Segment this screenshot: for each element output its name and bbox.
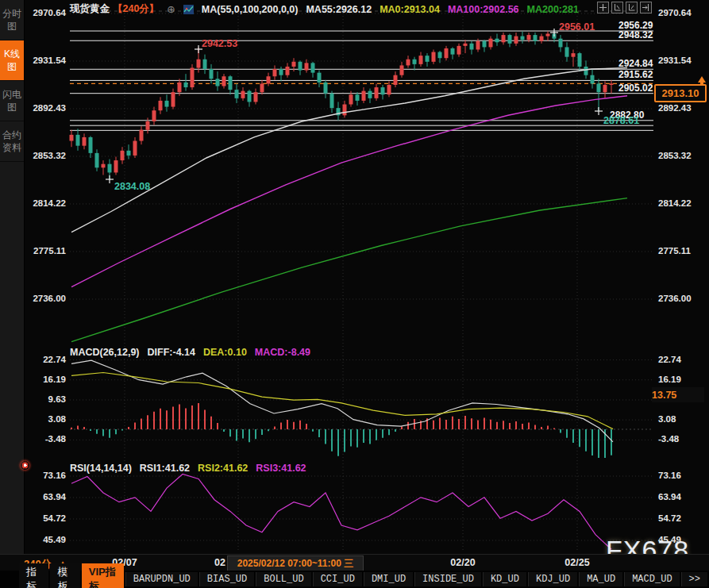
axis-label: 2970.64 [658, 8, 692, 17]
app-window: 分时图 K线图 闪电图 合约资料 现货黄金 【240分】 ⊕ MA(55,0,1… [0, 0, 709, 588]
price-line-label: 2924.84 [618, 58, 653, 69]
axis-label: 2814.22 [658, 198, 692, 208]
toolbar-button-macd-ud[interactable]: MACD_UD [624, 572, 679, 586]
axis-zoom-left-icon[interactable] [611, 2, 623, 13]
axis-label: 22.74 [23, 355, 66, 364]
chart-tools [597, 2, 652, 13]
ma0-value: MA0:2913.04 [380, 4, 440, 15]
axis-label: 54.72 [23, 513, 66, 523]
crosshair-time-tooltip: 2025/02/12 07:00~11:00 三 [227, 555, 364, 571]
swing-high-label-1: 2942.53 [202, 38, 237, 49]
chart-header: 现货黄金 【240分】 ⊕ MA(55,0,100,200,0,0) MA55:… [70, 2, 579, 16]
macd-header: MACD(26,12,9) DIFF:-4.14 DEA:0.10 MACD:-… [70, 347, 310, 358]
price-line-label: 2905.02 [618, 83, 653, 94]
axis-label: 63.94 [658, 492, 681, 502]
rsi-header: RSI(14,14,14) RSI1:41.62 RSI2:41.62 RSI3… [70, 463, 306, 474]
symbol-name: 现货黄金 [70, 2, 110, 16]
ma-settings: MA(55,0,100,200,0,0) [202, 4, 299, 15]
macd-title: MACD(26,12,9) [70, 347, 140, 358]
swing-low-label: 2834.08 [114, 181, 150, 192]
axis-label: 73.16 [23, 471, 66, 480]
axis-label: 3.08 [658, 414, 676, 424]
axis-label: 2736.00 [23, 294, 66, 303]
rsi1-value: RSI1:41.62 [140, 463, 190, 474]
axis-label: -3.48 [658, 434, 679, 444]
toolbar-button-dmi-ud[interactable]: DMI_UD [364, 572, 413, 586]
toolbar-button-ma-ud[interactable]: MA_UD [579, 572, 622, 586]
toolbar-button-barupdn-ud[interactable]: BARUPDN_UD [125, 572, 198, 586]
pan-right-icon[interactable] [640, 2, 652, 13]
axis-label: -3.48 [23, 434, 66, 444]
axis-label: 22.74 [658, 355, 681, 364]
axis-label: 54.72 [658, 513, 681, 523]
axis-label: 2775.11 [658, 246, 691, 256]
rsi3-value: RSI3:41.62 [256, 463, 306, 474]
axis-label: 16.19 [658, 375, 681, 384]
macd-value-badge: 13.75 [652, 387, 704, 402]
circle-plus-icon[interactable]: ⊕ [167, 3, 175, 15]
toolbar-button-inside-ud[interactable]: INSIDE_UD [414, 572, 481, 586]
toolbar-button--[interactable]: >> [681, 572, 707, 586]
axis-label: 63.94 [23, 492, 66, 502]
time-axis-date: 02/20 [450, 557, 475, 568]
crosshair-tool-icon[interactable] [597, 2, 609, 13]
axis-label: 2853.32 [658, 151, 692, 160]
toolbar-button-boll-ud[interactable]: BOLL_UD [256, 572, 310, 586]
time-axis-date: 02/25 [565, 557, 589, 568]
axis-label: 9.63 [23, 394, 66, 404]
axis-label: 2931.54 [658, 56, 692, 65]
indicator-toolbar: 指标模板VIP指标BARUPDN_UDBIAS_UDBOLL_UDCCI_UDD… [0, 571, 709, 588]
toolbar-button--[interactable]: 模板 [50, 563, 79, 588]
ma55-value: MA55:2926.12 [306, 4, 372, 15]
toolbar-button-cci-ud[interactable]: CCI_UD [313, 572, 362, 586]
swing-high-label-2: 2956.01 [559, 21, 595, 33]
macd-diff-value: DIFF:-4.14 [148, 347, 195, 358]
axis-label: 3.08 [23, 414, 66, 424]
axis-zoom-right-icon[interactable] [626, 2, 638, 13]
axis-label: 2853.32 [23, 151, 66, 160]
time-axis-date: 02 [214, 557, 225, 568]
price-line-label: 2915.62 [618, 69, 653, 80]
rsi-title: RSI(14,14,14) [70, 463, 132, 474]
axis-label: 2892.43 [658, 103, 692, 113]
axis-label: 16.19 [23, 375, 66, 384]
ma100-value: MA100:2902.56 [448, 4, 519, 15]
axis-label: 2736.00 [658, 294, 692, 303]
price-line-label: 2948.32 [618, 29, 653, 40]
price-alert-icon[interactable] [698, 76, 706, 83]
axis-label: 2970.64 [23, 8, 66, 17]
live-indicator-icon [21, 461, 29, 470]
axis-label: 73.16 [658, 471, 681, 480]
axis-label: 2775.11 [23, 246, 66, 256]
period-label: 【240分】 [113, 2, 159, 16]
current-price-badge: 2913.10 [654, 84, 707, 102]
macd-dea-value: DEA:0.10 [203, 347, 247, 358]
toolbar-button-bias-ud[interactable]: BIAS_UD [199, 572, 254, 586]
support-line-label-teal: 2878.61 [603, 115, 639, 126]
axis-label: 2892.43 [23, 103, 66, 113]
axis-label: 2931.54 [23, 56, 66, 65]
axis-label: 45.49 [23, 535, 66, 544]
rsi2-value: RSI2:41.62 [198, 463, 248, 474]
axis-label: 2814.22 [23, 198, 66, 208]
toolbar-button-kd-ud[interactable]: KD_UD [483, 572, 526, 586]
toolbar-button-kdj-ud[interactable]: KDJ_UD [528, 572, 577, 586]
chart-style-icon[interactable] [183, 5, 194, 14]
toolbar-button-vip-[interactable]: VIP指标 [82, 563, 124, 588]
ma200-value: MA200:281 [527, 4, 579, 15]
macd-macd-value: MACD:-8.49 [255, 347, 310, 358]
toolbar-button--[interactable]: 指标 [19, 563, 48, 588]
